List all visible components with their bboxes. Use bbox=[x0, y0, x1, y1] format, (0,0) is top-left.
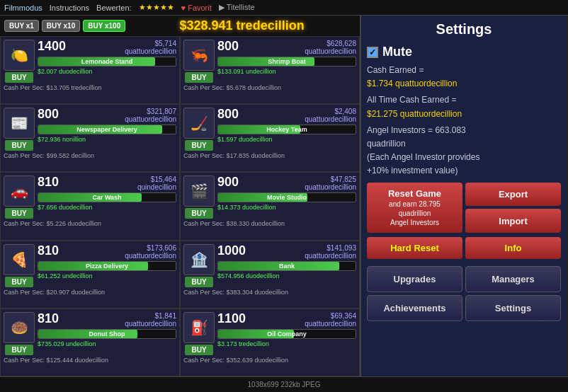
bewerten-label: Bewerten: bbox=[96, 4, 132, 12]
business-icon: 🏦 bbox=[183, 244, 215, 275]
instructions-btn[interactable]: Instructions bbox=[50, 4, 89, 12]
business-icon: 📰 bbox=[4, 108, 35, 139]
business-count: 800 bbox=[38, 108, 59, 120]
business-icon: 🚗 bbox=[4, 175, 35, 207]
business-header: 810 $173,606 quattuordecillion bbox=[38, 244, 176, 260]
business-count: 810 bbox=[38, 175, 59, 188]
business-item: 📰 BUY 800 $321,807 quattuordecillion New… bbox=[0, 104, 180, 172]
managers-button[interactable]: Managers bbox=[465, 266, 561, 292]
business-cost: $15,464 bbox=[137, 175, 176, 183]
buy-x100-button[interactable]: BUY x100 bbox=[83, 20, 125, 32]
business-header: 800 $2,408 quattuordecillion bbox=[217, 108, 356, 123]
angel-label: Angel Investors = 663.083 bbox=[367, 124, 561, 137]
business-buy-button[interactable]: BUY bbox=[5, 277, 33, 287]
achievements-button[interactable]: Achievements bbox=[367, 295, 462, 321]
progress-label: Newspaper Delivery bbox=[38, 125, 176, 134]
business-cost-unit: quattuordecillion bbox=[305, 252, 356, 260]
business-info: 1100 $69,364 quattuordecillion Oil Compa… bbox=[217, 312, 356, 347]
cash-per-sec: Cash Per Sec: $125.444 duodecillion bbox=[4, 357, 176, 364]
business-progress-value: $14.373 duodecillion bbox=[217, 204, 356, 211]
business-icon: ⛽ bbox=[183, 312, 215, 343]
business-top: 🍩 BUY 810 $1,841 quattuordecillion Donut… bbox=[4, 312, 176, 355]
progress-bar: Hockey Team bbox=[217, 125, 356, 134]
business-cost: $628,628 bbox=[305, 40, 356, 47]
business-buy-button[interactable]: BUY bbox=[185, 277, 213, 287]
business-item: 🍩 BUY 810 $1,841 quattuordecillion Donut… bbox=[0, 309, 180, 376]
business-count: 800 bbox=[217, 40, 239, 52]
left-panel: BUY x1 BUY x10 BUY x100 $328.941 tredeci… bbox=[0, 16, 361, 376]
upgrades-button[interactable]: Upgrades bbox=[367, 266, 462, 292]
business-buy-button[interactable]: BUY bbox=[5, 72, 33, 83]
cash-per-sec: Cash Per Sec: $5.226 duodecillion bbox=[4, 220, 176, 227]
stats-section: Cash Earned = $1.734 quattuordecillion A… bbox=[367, 64, 561, 178]
business-buy-button[interactable]: BUY bbox=[5, 345, 33, 355]
business-info: 900 $47,825 quattuordecillion Movie Stud… bbox=[217, 175, 356, 211]
business-buy-button[interactable]: BUY bbox=[5, 140, 33, 151]
angel-unit: quadrillion bbox=[367, 137, 561, 151]
progress-label: Hockey Team bbox=[218, 125, 356, 134]
business-progress-value: $61.252 undecillion bbox=[38, 272, 176, 279]
settings-button[interactable]: Settings bbox=[465, 295, 561, 321]
business-buy-button[interactable]: BUY bbox=[5, 208, 33, 219]
business-header: 1000 $141,093 quattuordecillion bbox=[217, 244, 356, 260]
business-icon: 🍩 bbox=[4, 312, 35, 343]
business-buy-button[interactable]: BUY bbox=[185, 345, 213, 355]
cash-per-sec: Cash Per Sec: $5.678 duodecillion bbox=[183, 84, 356, 91]
titelliste-btn[interactable]: ▶ Titelliste bbox=[219, 3, 255, 12]
business-icon: 🍋 bbox=[4, 40, 35, 71]
business-count: 810 bbox=[38, 312, 59, 325]
business-info: 810 $173,606 quattuordecillion Pizza Del… bbox=[38, 244, 176, 279]
favorit-btn[interactable]: ♥ Favorit bbox=[181, 4, 212, 12]
progress-label: Car Wash bbox=[38, 193, 176, 202]
business-cost-unit: quattuordecillion bbox=[305, 115, 356, 123]
cash-per-sec: Cash Per Sec: $352.639 duodecillion bbox=[183, 357, 356, 364]
progress-bar: Pizza Delivery bbox=[38, 261, 176, 271]
cash-earned-label: Cash Earned = bbox=[367, 64, 561, 77]
mute-checkbox[interactable]: ✓ bbox=[367, 47, 378, 58]
top-bar: Filmmodus Instructions Bewerten: ★★★★★ ♥… bbox=[0, 0, 568, 16]
right-panel: Settings ✓ Mute Cash Earned = $1.734 qua… bbox=[361, 16, 567, 376]
info-button[interactable]: Info bbox=[465, 237, 561, 259]
buy-x1-button[interactable]: BUY x1 bbox=[4, 20, 39, 32]
business-header: 900 $47,825 quattuordecillion bbox=[217, 175, 356, 191]
progress-label: Pizza Delivery bbox=[38, 262, 176, 270]
business-top: 🎬 BUY 900 $47,825 quattuordecillion Movi… bbox=[183, 175, 356, 219]
buy-x10-button[interactable]: BUY x10 bbox=[42, 20, 80, 32]
progress-bar: Lemonade Stand bbox=[38, 57, 176, 67]
business-cost-unit: quattuordecillion bbox=[125, 47, 176, 55]
business-icon: 🦐 bbox=[183, 40, 215, 71]
business-info: 1400 $5,714 quattuordecillion Lemonade S… bbox=[38, 40, 176, 75]
cash-earned-value: $1.734 quattuordecillion bbox=[367, 77, 561, 91]
business-item: 🍕 BUY 810 $173,606 quattuordecillion Piz… bbox=[0, 241, 180, 309]
business-item: 🎬 BUY 900 $47,825 quattuordecillion Movi… bbox=[180, 172, 360, 240]
business-count: 1000 bbox=[217, 244, 246, 257]
business-count: 1400 bbox=[38, 40, 66, 52]
business-buy-button[interactable]: BUY bbox=[185, 208, 213, 219]
business-icon: 🎬 bbox=[183, 175, 215, 207]
import-button[interactable]: Import bbox=[465, 209, 561, 233]
business-count: 800 bbox=[217, 108, 239, 120]
business-header: 810 $1,841 quattuordecillion bbox=[38, 312, 176, 328]
business-cost: $2,408 bbox=[305, 108, 356, 115]
business-item: 🏒 BUY 800 $2,408 quattuordecillion Hocke… bbox=[180, 104, 360, 172]
hard-reset-button[interactable]: Hard Reset bbox=[367, 237, 462, 259]
business-buy-button[interactable]: BUY bbox=[185, 72, 213, 83]
business-item: ⛽ BUY 1100 $69,364 quattuordecillion Oil… bbox=[180, 309, 360, 376]
business-item: 🏦 BUY 1000 $141,093 quattuordecillion Ba… bbox=[180, 241, 360, 309]
reset-game-button[interactable]: Reset Game and earn 28.795 quadrillion A… bbox=[367, 183, 462, 234]
business-info: 810 $15,464 quindecillion Car Wash $7.65… bbox=[38, 175, 176, 211]
business-top: 📰 BUY 800 $321,807 quattuordecillion New… bbox=[4, 108, 176, 151]
reset-sub3: Angel Investors bbox=[390, 219, 439, 226]
business-cost: $5,714 bbox=[125, 40, 176, 47]
export-button[interactable]: Export bbox=[465, 183, 561, 207]
filmmode-btn[interactable]: Filmmodus bbox=[4, 4, 42, 12]
business-progress-value: $72.936 nonillion bbox=[38, 136, 176, 143]
business-cost-unit: quattuordecillion bbox=[305, 47, 356, 55]
mute-label: Mute bbox=[382, 45, 412, 59]
progress-label: Movie Studio bbox=[218, 193, 356, 202]
business-header: 1400 $5,714 quattuordecillion bbox=[38, 40, 176, 55]
reset-sub1: and earn 28.795 bbox=[389, 200, 441, 208]
business-progress-value: $7.656 duodecillion bbox=[38, 204, 176, 211]
business-item: 🚗 BUY 810 $15,464 quindecillion Car Wash… bbox=[0, 172, 180, 240]
business-buy-button[interactable]: BUY bbox=[185, 140, 213, 151]
